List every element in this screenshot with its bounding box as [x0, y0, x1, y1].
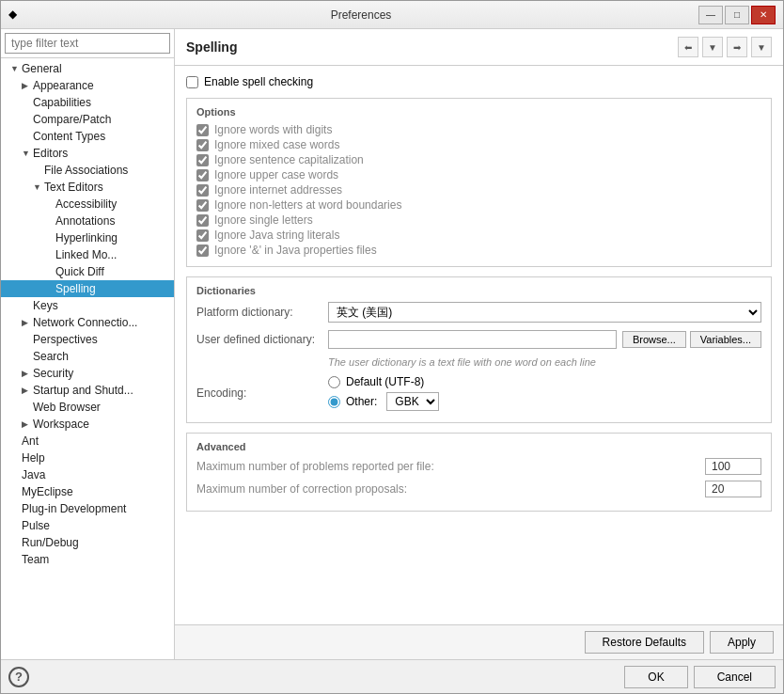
restore-defaults-button[interactable]: Restore Defaults: [585, 631, 704, 654]
sidebar-item-plugin-dev[interactable]: Plug-in Development: [1, 500, 174, 517]
close-button[interactable]: ✕: [751, 6, 776, 24]
tree-label-plugin-dev: Plug-in Development: [22, 502, 126, 515]
maximize-button[interactable]: □: [725, 6, 749, 24]
dialog-buttons: OK Cancel: [624, 666, 776, 688]
preferences-window: ◆ Preferences — □ ✕ ▼General▶AppearanceC…: [0, 0, 784, 694]
option-checkbox-0[interactable]: [196, 124, 209, 136]
options-section: Options Ignore words with digitsIgnore m…: [186, 98, 772, 267]
sidebar-item-capabilities[interactable]: Capabilities: [1, 94, 174, 111]
sidebar-item-myeclipse[interactable]: MyEclipse: [1, 483, 174, 500]
option-row-2: Ignore sentence capitalization: [196, 153, 761, 166]
option-checkbox-5[interactable]: [196, 199, 209, 212]
max-corrections-input[interactable]: [705, 481, 761, 497]
sidebar-item-accessibility[interactable]: Accessibility: [1, 196, 174, 213]
sidebar-item-general[interactable]: ▼General: [1, 60, 174, 77]
encoding-other-radio[interactable]: [328, 396, 340, 408]
search-input[interactable]: [5, 33, 170, 54]
minimize-button[interactable]: —: [698, 6, 723, 24]
sidebar-item-file-associations[interactable]: File Associations: [1, 162, 174, 179]
tree-arrow-text-editors: ▼: [33, 182, 42, 192]
option-checkbox-3[interactable]: [196, 169, 209, 181]
sidebar-item-help[interactable]: Help: [1, 450, 174, 466]
browse-button[interactable]: Browse...: [622, 331, 686, 348]
sidebar-item-spelling[interactable]: Spelling: [1, 280, 174, 297]
max-corrections-label: Maximum number of correction proposals:: [196, 482, 698, 496]
max-problems-input[interactable]: [705, 458, 761, 475]
cancel-button[interactable]: Cancel: [694, 666, 776, 688]
sidebar-item-network-connections[interactable]: ▶Network Connectio...: [1, 314, 174, 331]
nav-down-button[interactable]: ▼: [702, 37, 723, 57]
tree-arrow-appearance: ▶: [22, 81, 31, 90]
sidebar-item-hyperlinking[interactable]: Hyperlinking: [1, 229, 174, 246]
tree-label-file-associations: File Associations: [44, 164, 128, 177]
max-problems-row: Maximum number of problems reported per …: [196, 458, 761, 475]
sidebar-item-keys[interactable]: Keys: [1, 297, 174, 314]
platform-dict-label: Platform dictionary:: [196, 306, 328, 319]
sidebar-item-search[interactable]: Search: [1, 348, 174, 365]
help-button[interactable]: ?: [8, 667, 29, 687]
sidebar-item-security[interactable]: ▶Security: [1, 365, 174, 382]
tree-label-network-connections: Network Connectio...: [33, 316, 137, 329]
option-checkbox-6[interactable]: [196, 214, 209, 227]
sidebar-item-run-debug[interactable]: Run/Debug: [1, 534, 174, 551]
sidebar-item-appearance[interactable]: ▶Appearance: [1, 77, 174, 94]
advanced-section: Advanced Maximum number of problems repo…: [186, 433, 772, 512]
variables-button[interactable]: Variables...: [690, 331, 761, 348]
sidebar-item-text-editors[interactable]: ▼Text Editors: [1, 179, 174, 196]
options-section-label: Options: [196, 106, 761, 118]
sidebar-item-team[interactable]: Team: [1, 551, 174, 568]
tree-label-editors: Editors: [33, 147, 68, 160]
option-row-6: Ignore single letters: [196, 213, 761, 227]
tree-label-workspace: Workspace: [33, 418, 89, 431]
nav-dropdown-button[interactable]: ▼: [751, 37, 772, 57]
sidebar-item-pulse[interactable]: Pulse: [1, 517, 174, 534]
sidebar-item-workspace[interactable]: ▶Workspace: [1, 416, 174, 433]
user-dict-row: User defined dictionary: Browse... Varia…: [196, 330, 761, 349]
sidebar-item-editors[interactable]: ▼Editors: [1, 145, 174, 162]
tree-label-capabilities: Capabilities: [33, 96, 91, 109]
encoding-default-radio[interactable]: [328, 376, 340, 388]
nav-forward-button[interactable]: ➡: [727, 37, 747, 57]
tree-label-accessibility: Accessibility: [55, 197, 117, 211]
encoding-options: Default (UTF-8) Other: GBK: [328, 375, 439, 411]
sidebar-item-content-types[interactable]: Content Types: [1, 128, 174, 145]
tree-container[interactable]: ▼General▶AppearanceCapabilitiesCompare/P…: [1, 58, 174, 659]
ok-button[interactable]: OK: [624, 666, 687, 688]
option-checkbox-2[interactable]: [196, 154, 209, 166]
sidebar-item-quick-diff[interactable]: Quick Diff: [1, 263, 174, 280]
tree-label-hyperlinking: Hyperlinking: [55, 231, 118, 244]
user-dict-input[interactable]: [328, 330, 617, 349]
option-checkbox-7[interactable]: [196, 229, 209, 242]
apply-button[interactable]: Apply: [710, 631, 774, 654]
sidebar-item-startup-shutdown[interactable]: ▶Startup and Shutd...: [1, 382, 174, 399]
platform-dict-select[interactable]: 英文 (美国): [328, 302, 761, 323]
sidebar-item-java[interactable]: Java: [1, 466, 174, 483]
option-label-8: Ignore '&' in Java properties files: [214, 244, 377, 257]
sidebar-item-annotations[interactable]: Annotations: [1, 213, 174, 229]
option-row-3: Ignore upper case words: [196, 168, 761, 181]
sidebar-item-perspectives[interactable]: Perspectives: [1, 331, 174, 348]
encoding-other-select[interactable]: GBK: [386, 392, 439, 411]
option-label-0: Ignore words with digits: [214, 123, 332, 136]
tree-label-spelling: Spelling: [55, 282, 96, 295]
sidebar-item-compare-patch[interactable]: Compare/Patch: [1, 111, 174, 128]
main-content: ▼General▶AppearanceCapabilitiesCompare/P…: [1, 29, 783, 659]
option-checkbox-8[interactable]: [196, 244, 209, 257]
tree-label-myeclipse: MyEclipse: [22, 485, 73, 498]
tree-arrow-general: ▼: [10, 64, 20, 73]
sidebar-item-web-browser[interactable]: Web Browser: [1, 399, 174, 416]
sidebar-item-linked-mode[interactable]: Linked Mo...: [1, 246, 174, 263]
user-dict-label: User defined dictionary:: [196, 333, 328, 346]
enable-spell-checking-checkbox[interactable]: [186, 76, 198, 88]
tree-label-startup-shutdown: Startup and Shutd...: [33, 384, 133, 397]
tree-label-team: Team: [22, 553, 49, 566]
dict-note: The user dictionary is a text file with …: [328, 356, 761, 368]
option-checkbox-4[interactable]: [196, 184, 209, 197]
option-checkbox-1[interactable]: [196, 139, 209, 151]
tree-label-ant: Ant: [22, 434, 39, 448]
nav-back-button[interactable]: ⬅: [678, 37, 698, 57]
tree-label-linked-mode: Linked Mo...: [55, 248, 117, 261]
tree-arrow-security: ▶: [22, 369, 31, 378]
sidebar-item-ant[interactable]: Ant: [1, 433, 174, 450]
app-icon: ◆: [8, 8, 24, 23]
